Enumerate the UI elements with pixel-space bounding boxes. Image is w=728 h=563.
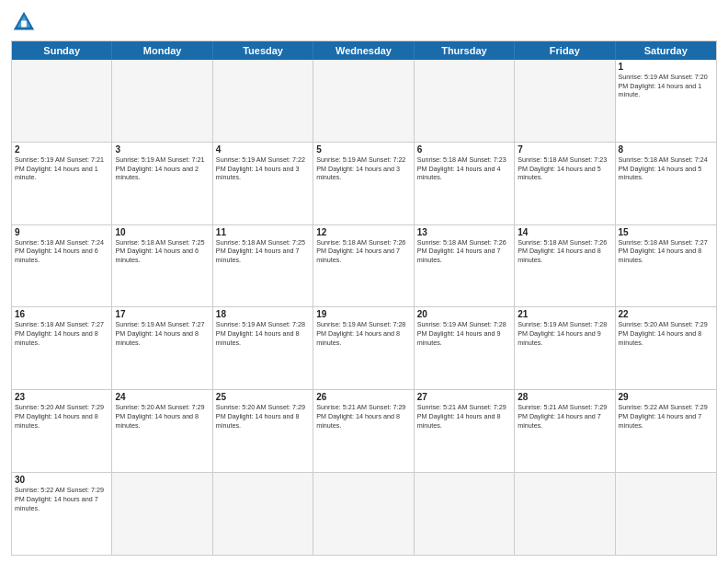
calendar-cell-empty-5-6 [616,473,716,555]
calendar-cell-day-20: 20Sunrise: 5:19 AM Sunset: 7:28 PM Dayli… [415,307,515,389]
day-content: Sunrise: 5:19 AM Sunset: 7:27 PM Dayligh… [115,320,209,347]
calendar-cell-day-1: 1Sunrise: 5:19 AM Sunset: 7:20 PM Daylig… [616,60,716,142]
calendar-cell-day-2: 2Sunrise: 5:19 AM Sunset: 7:21 PM Daylig… [12,143,112,224]
day-content: Sunrise: 5:18 AM Sunset: 7:24 PM Dayligh… [15,238,108,265]
calendar-cell-empty-0-5 [515,60,615,142]
day-number: 15 [619,227,713,237]
day-number: 4 [216,144,310,155]
day-number: 25 [216,392,310,402]
day-number: 5 [316,144,410,155]
weekday-header-monday: Monday [112,41,212,60]
day-number: 28 [518,392,611,402]
day-content: Sunrise: 5:19 AM Sunset: 7:28 PM Dayligh… [216,320,310,347]
calendar-cell-day-19: 19Sunrise: 5:19 AM Sunset: 7:28 PM Dayli… [313,307,414,389]
day-number: 26 [316,392,410,402]
day-content: Sunrise: 5:22 AM Sunset: 7:29 PM Dayligh… [15,486,108,512]
calendar-cell-day-9: 9Sunrise: 5:18 AM Sunset: 7:24 PM Daylig… [12,225,112,307]
calendar-cell-day-15: 15Sunrise: 5:18 AM Sunset: 7:27 PM Dayli… [616,225,716,307]
calendar-cell-day-3: 3Sunrise: 5:19 AM Sunset: 7:21 PM Daylig… [112,143,212,224]
day-content: Sunrise: 5:19 AM Sunset: 7:21 PM Dayligh… [15,155,108,182]
weekday-header-tuesday: Tuesday [213,41,313,60]
header [11,9,717,35]
calendar-cell-day-27: 27Sunrise: 5:21 AM Sunset: 7:29 PM Dayli… [415,390,515,472]
day-number: 6 [417,144,511,155]
day-content: Sunrise: 5:19 AM Sunset: 7:20 PM Dayligh… [619,73,713,99]
weekday-header-friday: Friday [515,41,615,60]
day-number: 1 [619,62,713,72]
day-number: 30 [15,475,108,485]
day-content: Sunrise: 5:18 AM Sunset: 7:26 PM Dayligh… [316,238,410,265]
day-number: 14 [518,227,611,237]
day-number: 10 [115,227,209,237]
day-content: Sunrise: 5:19 AM Sunset: 7:28 PM Dayligh… [316,320,410,347]
day-number: 11 [216,227,310,237]
calendar-header: SundayMondayTuesdayWednesdayThursdayFrid… [12,41,716,60]
calendar-cell-day-29: 29Sunrise: 5:22 AM Sunset: 7:29 PM Dayli… [616,390,716,472]
day-number: 8 [619,144,713,155]
logo-icon [11,9,37,35]
day-content: Sunrise: 5:19 AM Sunset: 7:22 PM Dayligh… [316,155,410,182]
calendar-cell-day-14: 14Sunrise: 5:18 AM Sunset: 7:26 PM Dayli… [515,225,615,307]
day-number: 12 [316,227,410,237]
calendar-cell-day-23: 23Sunrise: 5:20 AM Sunset: 7:29 PM Dayli… [12,390,112,472]
day-content: Sunrise: 5:19 AM Sunset: 7:21 PM Dayligh… [115,155,209,182]
day-content: Sunrise: 5:20 AM Sunset: 7:29 PM Dayligh… [115,403,209,430]
calendar-cell-empty-5-5 [515,473,615,555]
weekday-header-saturday: Saturday [616,41,716,60]
day-number: 19 [316,309,410,319]
calendar-cell-day-18: 18Sunrise: 5:19 AM Sunset: 7:28 PM Dayli… [213,307,313,389]
calendar-cell-day-11: 11Sunrise: 5:18 AM Sunset: 7:25 PM Dayli… [213,225,313,307]
calendar-cell-empty-0-4 [415,60,515,142]
calendar-row-2: 9Sunrise: 5:18 AM Sunset: 7:24 PM Daylig… [12,225,716,308]
calendar-cell-day-10: 10Sunrise: 5:18 AM Sunset: 7:25 PM Dayli… [112,225,212,307]
calendar-cell-day-16: 16Sunrise: 5:18 AM Sunset: 7:27 PM Dayli… [12,307,112,389]
calendar-cell-day-25: 25Sunrise: 5:20 AM Sunset: 7:29 PM Dayli… [213,390,313,472]
calendar-row-4: 23Sunrise: 5:20 AM Sunset: 7:29 PM Dayli… [12,390,716,473]
calendar: SundayMondayTuesdayWednesdayThursdayFrid… [11,40,717,556]
day-number: 2 [15,144,108,155]
weekday-header-wednesday: Wednesday [313,41,414,60]
day-number: 9 [15,227,108,237]
calendar-cell-day-17: 17Sunrise: 5:19 AM Sunset: 7:27 PM Dayli… [112,307,212,389]
day-number: 13 [417,227,511,237]
day-number: 3 [115,144,209,155]
day-content: Sunrise: 5:21 AM Sunset: 7:29 PM Dayligh… [518,403,611,430]
day-content: Sunrise: 5:18 AM Sunset: 7:25 PM Dayligh… [115,238,209,265]
day-content: Sunrise: 5:20 AM Sunset: 7:29 PM Dayligh… [15,403,108,430]
day-content: Sunrise: 5:18 AM Sunset: 7:26 PM Dayligh… [417,238,511,265]
day-content: Sunrise: 5:18 AM Sunset: 7:25 PM Dayligh… [216,238,310,265]
calendar-cell-day-26: 26Sunrise: 5:21 AM Sunset: 7:29 PM Dayli… [313,390,414,472]
day-content: Sunrise: 5:18 AM Sunset: 7:23 PM Dayligh… [417,155,511,182]
calendar-row-5: 30Sunrise: 5:22 AM Sunset: 7:29 PM Dayli… [12,473,716,555]
calendar-cell-day-22: 22Sunrise: 5:20 AM Sunset: 7:29 PM Dayli… [616,307,716,389]
weekday-header-thursday: Thursday [415,41,515,60]
day-content: Sunrise: 5:18 AM Sunset: 7:26 PM Dayligh… [518,238,611,265]
day-content: Sunrise: 5:18 AM Sunset: 7:23 PM Dayligh… [518,155,611,182]
page: SundayMondayTuesdayWednesdayThursdayFrid… [0,0,728,563]
svg-rect-2 [21,21,27,28]
calendar-body: 1Sunrise: 5:19 AM Sunset: 7:20 PM Daylig… [12,60,716,555]
calendar-cell-day-30: 30Sunrise: 5:22 AM Sunset: 7:29 PM Dayli… [12,473,112,555]
day-content: Sunrise: 5:19 AM Sunset: 7:28 PM Dayligh… [417,320,511,347]
calendar-cell-day-12: 12Sunrise: 5:18 AM Sunset: 7:26 PM Dayli… [313,225,414,307]
day-number: 27 [417,392,511,402]
day-content: Sunrise: 5:21 AM Sunset: 7:29 PM Dayligh… [417,403,511,430]
calendar-cell-day-21: 21Sunrise: 5:19 AM Sunset: 7:28 PM Dayli… [515,307,615,389]
day-number: 24 [115,392,209,402]
day-number: 20 [417,309,511,319]
day-number: 21 [518,309,611,319]
calendar-row-3: 16Sunrise: 5:18 AM Sunset: 7:27 PM Dayli… [12,307,716,390]
day-content: Sunrise: 5:18 AM Sunset: 7:24 PM Dayligh… [619,155,713,182]
calendar-cell-day-24: 24Sunrise: 5:20 AM Sunset: 7:29 PM Dayli… [112,390,212,472]
calendar-cell-empty-0-0 [12,60,112,142]
day-number: 29 [619,392,713,402]
day-content: Sunrise: 5:19 AM Sunset: 7:22 PM Dayligh… [216,155,310,182]
calendar-row-0: 1Sunrise: 5:19 AM Sunset: 7:20 PM Daylig… [12,60,716,143]
day-content: Sunrise: 5:20 AM Sunset: 7:29 PM Dayligh… [216,403,310,430]
day-content: Sunrise: 5:21 AM Sunset: 7:29 PM Dayligh… [316,403,410,430]
calendar-cell-empty-5-3 [313,473,414,555]
day-content: Sunrise: 5:18 AM Sunset: 7:27 PM Dayligh… [15,320,108,347]
calendar-cell-empty-5-1 [112,473,212,555]
calendar-cell-empty-5-4 [415,473,515,555]
day-number: 16 [15,309,108,319]
